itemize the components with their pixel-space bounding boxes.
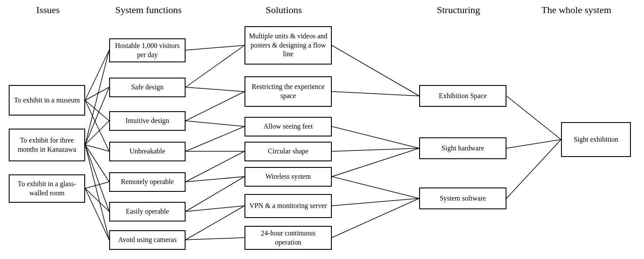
func-7: Avoid using cameras — [109, 230, 186, 250]
struct-1: Exhibition Space — [419, 85, 506, 107]
svg-line-8 — [85, 145, 109, 182]
func-2: Safe design — [109, 78, 186, 97]
svg-line-14 — [186, 45, 245, 50]
issue-3: To exhibit in a glass-walled room — [9, 174, 85, 203]
func-3: Intuitive design — [109, 111, 186, 131]
svg-line-6 — [85, 121, 109, 145]
diagram: Issues System functions Solutions Struct… — [0, 0, 644, 259]
header-structuring: Structuring — [419, 4, 498, 16]
svg-line-37 — [506, 140, 561, 198]
sol-4: Circular shape — [245, 142, 332, 161]
header-solutions: Solutions — [240, 4, 327, 16]
header-functions: System functions — [105, 4, 192, 16]
svg-line-35 — [506, 96, 561, 140]
svg-line-15 — [186, 45, 245, 87]
svg-line-25 — [186, 206, 245, 240]
svg-line-3 — [85, 100, 109, 151]
svg-line-17 — [186, 92, 245, 121]
svg-line-19 — [186, 126, 245, 151]
struct-2: Sight hardware — [419, 137, 506, 159]
issue-2: To exhibit for three months in Kanazawa — [9, 129, 85, 161]
sol-7: 24-hour continuous operation — [245, 226, 332, 250]
func-5: Remotely operable — [109, 172, 186, 192]
sol-6: VPN & a monitoring server — [245, 194, 332, 218]
svg-line-34 — [332, 198, 419, 238]
svg-line-1 — [85, 87, 109, 100]
issue-1: To exhibit in a museum — [9, 85, 85, 116]
func-1: Hostable 1,000 visitors per day — [109, 38, 186, 62]
svg-line-16 — [186, 87, 245, 92]
svg-line-23 — [186, 177, 245, 211]
svg-line-0 — [85, 50, 109, 100]
svg-line-22 — [186, 177, 245, 182]
svg-line-18 — [186, 121, 245, 126]
svg-line-12 — [85, 188, 109, 211]
svg-line-24 — [186, 206, 245, 211]
header-issues: Issues — [13, 4, 83, 16]
func-6: Easily operable — [109, 202, 186, 222]
svg-line-27 — [332, 45, 419, 96]
sol-5: Wireless system — [245, 167, 332, 187]
sol-3: Allow seeing feet — [245, 117, 332, 136]
struct-3: System software — [419, 187, 506, 209]
svg-line-28 — [332, 92, 419, 96]
svg-line-13 — [85, 188, 109, 240]
svg-line-31 — [332, 148, 419, 177]
svg-line-36 — [506, 140, 561, 148]
sol-1: Multiple units & videos and posters & de… — [245, 26, 332, 65]
svg-line-21 — [186, 151, 245, 182]
svg-line-11 — [85, 182, 109, 188]
sol-2: Restricting the experience space — [245, 76, 332, 107]
svg-line-5 — [85, 87, 109, 145]
svg-line-33 — [332, 198, 419, 206]
whole-1: Sight exhibition — [561, 122, 631, 157]
header-whole: The whole system — [533, 4, 620, 16]
svg-line-4 — [85, 50, 109, 145]
svg-line-2 — [85, 100, 109, 121]
svg-line-29 — [332, 126, 419, 148]
svg-line-9 — [85, 145, 109, 211]
svg-line-30 — [332, 148, 419, 151]
svg-line-26 — [186, 238, 245, 240]
svg-line-7 — [85, 145, 109, 151]
func-4: Unbreakable — [109, 142, 186, 161]
svg-line-10 — [85, 145, 109, 240]
svg-line-32 — [332, 177, 419, 198]
